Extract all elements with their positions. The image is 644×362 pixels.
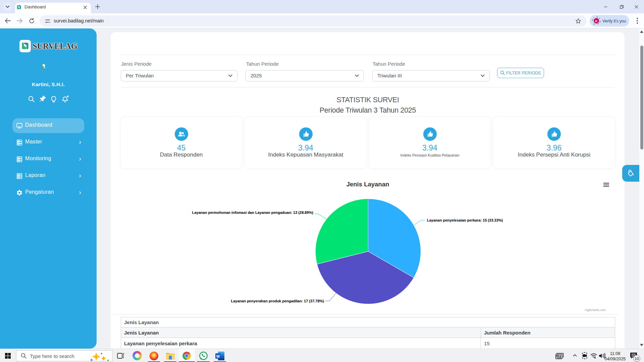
svg-text:W: W [216,354,220,358]
svg-text:Layanan penyelesaian perkara:: Layanan penyelesaian perkara: 15 (33.33%… [427,218,503,222]
svg-text:K: K [595,19,598,23]
svg-text:Layanan permohonan infomasi da: Layanan permohonan infomasi dan Layanan … [192,210,314,215]
svg-text:Layanan penyerahan produk peng: Layanan penyerahan produk pengadilan: 17… [231,299,324,303]
svg-text:Highcharts.com: Highcharts.com [585,308,606,312]
